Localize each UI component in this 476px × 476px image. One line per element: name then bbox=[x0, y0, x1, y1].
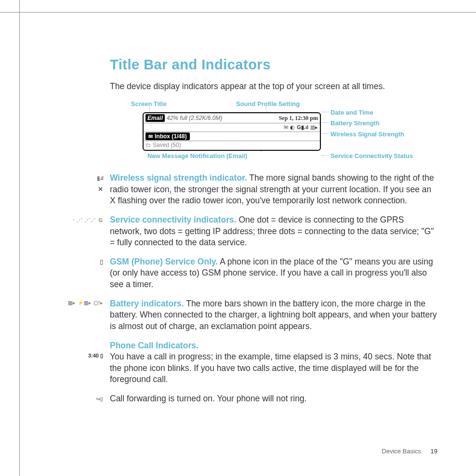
footer-section: Device Basics bbox=[382, 448, 421, 455]
call-timer-icon: 3:40 ▯ bbox=[63, 340, 110, 386]
item-connectivity: Service connectivity indicators. One dot… bbox=[110, 214, 437, 249]
lead: Service connectivity indicators. bbox=[110, 215, 237, 225]
label-new-msg: New Message Notification (Email) bbox=[147, 152, 247, 159]
label-wireless: Wireless Signal Strength bbox=[331, 131, 404, 138]
label-screen-title: Screen Title bbox=[131, 100, 166, 107]
page-content: Title Bar and Indicators The device disp… bbox=[110, 57, 437, 412]
bar-inbox: ✉Inbox (1/48) bbox=[145, 132, 190, 140]
g-icon: G▮.ıl bbox=[297, 124, 308, 131]
item-battery: ▥▸ ⚡▥▸ ▢!▸ Battery indicators. The more … bbox=[110, 298, 437, 332]
connectivity-icon bbox=[63, 214, 110, 249]
call-forward-icon bbox=[63, 393, 110, 405]
label-date-time: Date and Time bbox=[331, 109, 373, 116]
bar-storage: 42% full (2.52K/6.0M) bbox=[167, 115, 222, 121]
phone-icon bbox=[63, 256, 110, 291]
page-footer: Device Basics 19 bbox=[382, 448, 437, 455]
lead: GSM (Phone) Service Only. bbox=[110, 257, 218, 266]
page-number: 19 bbox=[431, 448, 437, 455]
item-gsm: GSM (Phone) Service Only. A phone icon i… bbox=[110, 256, 437, 291]
envelope-icon: ✉ bbox=[284, 124, 288, 131]
title-bar-diagram: Screen Title Sound Profile Setting Date … bbox=[126, 100, 437, 168]
bar-saved: Saved (50) bbox=[153, 142, 181, 148]
desc: You have a call in progress; in the exam… bbox=[110, 352, 431, 384]
label-sound-profile: Sound Profile Setting bbox=[236, 100, 300, 107]
item-forward: Call forwarding is turned on. Your phone… bbox=[110, 393, 437, 405]
label-battery: Battery Strength bbox=[331, 119, 380, 127]
intro-text: The device display indicators appear at … bbox=[110, 81, 437, 92]
label-service: Service Connectivity Status bbox=[331, 152, 413, 159]
bar-email-tag: Email bbox=[145, 114, 165, 122]
desc: Call forwarding is turned on. Your phone… bbox=[110, 394, 307, 403]
sound-icon: ◐ bbox=[290, 124, 295, 131]
lead: Phone Call Indicators. bbox=[110, 340, 437, 352]
battery-icon: ▥▸ bbox=[310, 124, 318, 131]
bar-date: Sep 1, 12:30 pm bbox=[279, 115, 318, 122]
battery-icons: ▥▸ ⚡▥▸ ▢!▸ bbox=[63, 298, 110, 332]
folder-icon: 🗀 bbox=[145, 142, 151, 148]
lead: Wireless signal strength indicator. bbox=[110, 173, 247, 183]
lead: Battery indicators. bbox=[110, 299, 184, 308]
indicator-list: Wireless signal strength indicator. The … bbox=[110, 172, 437, 405]
signal-strength-icon bbox=[63, 172, 110, 207]
page-title: Title Bar and Indicators bbox=[110, 57, 437, 73]
title-bar-screenshot: Email 42% full (2.52K/6.0M) Sep 1, 12:30… bbox=[143, 112, 321, 151]
item-call: 3:40 ▯ Phone Call Indicators. You have a… bbox=[110, 340, 437, 386]
item-wireless: Wireless signal strength indicator. The … bbox=[110, 172, 437, 207]
